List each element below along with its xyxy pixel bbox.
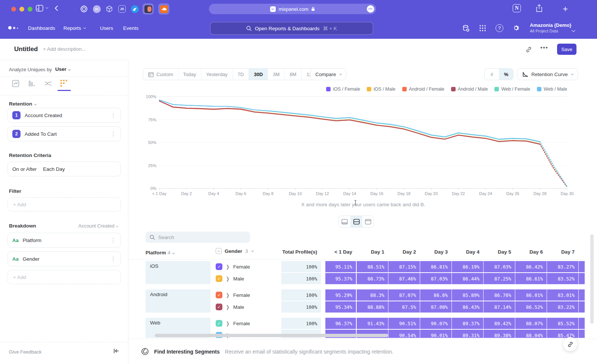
series-checkbox[interactable]: ✓ — [216, 292, 222, 298]
insights-icon[interactable] — [12, 80, 19, 89]
bird-icon[interactable] — [129, 3, 140, 15]
vertical-scrollbar[interactable] — [590, 234, 594, 324]
retention-cell-clipped — [579, 318, 585, 329]
platform-group-cell: iOS — [146, 261, 210, 284]
series-checkbox[interactable]: ✓ — [216, 263, 222, 270]
notebook-icon[interactable] — [143, 3, 154, 15]
new-tab-icon[interactable]: + — [563, 4, 568, 14]
help-icon[interactable]: ? — [496, 24, 503, 32]
svg-text:100%: 100% — [146, 94, 156, 99]
global-search[interactable]: Open Reports & Dashboards ⌘ + K — [210, 22, 373, 35]
nav-reports[interactable]: Reports — [63, 25, 85, 31]
expand-row-icon[interactable]: ❯ — [226, 321, 229, 326]
save-button[interactable]: Save — [557, 44, 576, 55]
back-icon[interactable] — [54, 5, 58, 11]
share-icon[interactable] — [536, 4, 543, 12]
horizontal-scrollbar[interactable] — [155, 334, 388, 337]
platform-column-header[interactable]: Platform 4 — [146, 249, 174, 256]
criteria-each-day[interactable]: Each Day — [43, 166, 65, 172]
step-menu-icon[interactable]: ⋮ — [110, 113, 116, 117]
expand-row-icon[interactable]: ❯ — [226, 304, 229, 310]
retention-chart: 0%25%50%75%100%< 1 DayDay 2Day 4Day 6Day… — [128, 82, 597, 201]
range-today[interactable]: Today — [178, 69, 201, 80]
series-checkbox[interactable]: ✓ — [216, 304, 222, 310]
breakdown-scope-selector[interactable]: Account Created — [78, 223, 118, 229]
select-all-checkbox[interactable]: − — [216, 248, 222, 254]
share-report-button[interactable] — [563, 337, 577, 351]
percent-mode-button[interactable]: % — [499, 69, 513, 80]
project-chevron-icon[interactable] — [572, 27, 574, 34]
gender-column-header[interactable]: − Gender3 — [216, 248, 253, 254]
data-gear-icon[interactable] — [462, 24, 470, 32]
breakdown-card-platform[interactable]: Aa Platform ⋮ — [7, 233, 121, 248]
table-search[interactable] — [146, 232, 250, 243]
table-search-input[interactable] — [158, 235, 240, 240]
expand-row-icon[interactable]: ❯ — [226, 276, 229, 282]
more-options-icon[interactable]: ••• — [540, 44, 548, 51]
minimize-window-button[interactable] — [19, 7, 24, 12]
copy-link-icon[interactable] — [525, 46, 532, 54]
range-30d[interactable]: 30D — [249, 69, 268, 80]
retention-icon[interactable] — [60, 79, 68, 89]
breakdown-card-gender[interactable]: Aa Gender ⋮ — [7, 251, 121, 266]
range-6m[interactable]: 6M — [284, 69, 301, 80]
link-icon — [567, 341, 573, 348]
retention-section-toggle[interactable]: Retention — [9, 100, 36, 107]
analyze-by-selector[interactable]: User — [55, 66, 70, 72]
step-card-2[interactable]: 2 Added To Cart ⋮ — [7, 126, 121, 141]
step-card-1[interactable]: 1 Account Created ⋮ — [7, 108, 121, 123]
nav-dashboards[interactable]: Dashboards — [28, 25, 55, 31]
zoom-window-button[interactable] — [28, 7, 32, 12]
report-title[interactable]: Untitled — [14, 46, 38, 53]
chart-only-layout-button[interactable] — [339, 216, 350, 227]
add-breakdown-button[interactable]: + Add — [7, 270, 121, 284]
expand-row-icon[interactable]: ❯ — [226, 292, 229, 298]
extensions-icon[interactable]: ••• — [367, 5, 374, 13]
address-bar[interactable]: mixpanel.com ••• — [209, 4, 376, 14]
project-switcher[interactable]: Amazonia {Demo} All Project Data — [530, 22, 571, 33]
range-3m[interactable]: 3M — [268, 69, 284, 80]
range-custom[interactable]: Custom — [143, 69, 178, 80]
retention-criteria-card[interactable]: On or After Each Day — [7, 161, 121, 176]
series-checkbox[interactable]: ✓ — [216, 320, 222, 327]
range-7d[interactable]: 7D — [232, 69, 249, 80]
range-yesterday[interactable]: Yesterday — [201, 69, 232, 80]
m-avatar-icon[interactable]: m — [91, 3, 102, 15]
close-window-button[interactable] — [11, 7, 16, 12]
split-layout-button[interactable] — [350, 216, 362, 227]
retention-cell: 87.08% — [420, 301, 451, 313]
soundcloud-icon[interactable] — [158, 3, 169, 15]
chevron-down-icon[interactable] — [46, 7, 47, 9]
add-filter-button[interactable]: + Add — [7, 197, 121, 211]
view-selector[interactable]: Retention Curve — [517, 68, 578, 80]
compare-button[interactable]: Compare — [310, 68, 346, 80]
flows-icon[interactable] — [44, 80, 52, 89]
step-menu-icon[interactable]: ⋮ — [110, 132, 116, 136]
nav-users[interactable]: Users — [100, 25, 113, 31]
apps-grid-icon[interactable] — [479, 25, 486, 32]
svg-text:Day 10: Day 10 — [289, 191, 302, 196]
breakdown-menu-icon[interactable]: ⋮ — [110, 238, 116, 242]
notion-icon[interactable]: N — [513, 4, 521, 12]
text-property-icon: Aa — [12, 238, 19, 243]
target-icon[interactable] — [78, 3, 90, 15]
series-checkbox[interactable]: ✓ — [216, 275, 222, 282]
sidebar-toggle-icon[interactable] — [36, 5, 43, 12]
breakdown-label: Gender — [23, 256, 40, 262]
criteria-on-or-after[interactable]: On or After — [12, 166, 37, 172]
collapse-sidebar-icon[interactable] — [113, 348, 119, 355]
expand-row-icon[interactable]: ❯ — [226, 264, 229, 270]
cube-icon[interactable] — [104, 3, 115, 15]
metric-column-header[interactable]: Day 7 — [530, 249, 575, 255]
js-icon[interactable]: JS — [116, 3, 128, 15]
settings-gear-icon[interactable] — [512, 24, 520, 32]
table-only-layout-button[interactable] — [362, 216, 373, 227]
nav-events[interactable]: Events — [123, 25, 138, 31]
count-mode-button[interactable]: # — [485, 69, 499, 80]
find-segments-title[interactable]: Find Interesting Segments — [154, 349, 220, 355]
funnels-icon[interactable] — [28, 80, 35, 89]
breakdown-menu-icon[interactable]: ⋮ — [110, 257, 116, 261]
give-feedback-link[interactable]: Give Feedback — [9, 349, 41, 355]
report-description-placeholder[interactable]: + Add description... — [43, 46, 86, 52]
retention-curve-icon — [522, 72, 528, 77]
